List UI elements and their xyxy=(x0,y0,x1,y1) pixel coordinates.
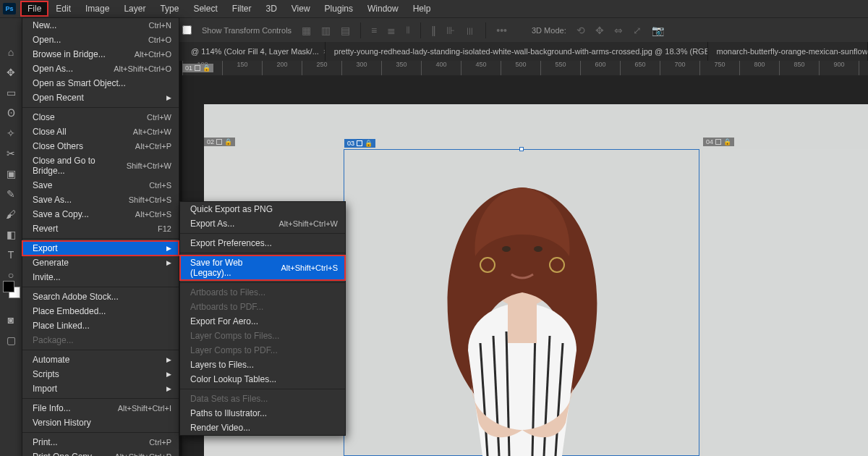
artboard[interactable]: 04🔒 xyxy=(703,149,868,456)
artboard[interactable]: 01🔒 xyxy=(182,75,848,113)
menu-3d[interactable]: 3D xyxy=(258,1,284,17)
file-menu-item[interactable]: Place Linked... xyxy=(22,318,179,333)
gradient-tool-icon[interactable]: ◧ xyxy=(4,227,18,242)
distribute-icon[interactable]: ≡ xyxy=(371,25,377,36)
menu-layer[interactable]: Layer xyxy=(116,1,153,17)
wand-tool-icon[interactable]: ✧ xyxy=(4,126,18,140)
subject-illustration xyxy=(399,155,645,456)
transform-handle[interactable] xyxy=(519,147,524,151)
align-icon[interactable]: ▥ xyxy=(321,25,331,36)
export-menu-item[interactable]: Paths to Illustrator... xyxy=(180,406,345,421)
lasso-tool-icon[interactable]: ʘ xyxy=(4,106,18,120)
ruler-tick: 600 xyxy=(580,61,620,75)
marquee-tool-icon[interactable]: ▭ xyxy=(4,85,18,100)
file-menu-item[interactable]: Automate▶ xyxy=(22,352,179,367)
file-menu-item[interactable]: CloseCtrl+W xyxy=(22,110,179,124)
menu-item-label: Version History xyxy=(33,418,91,428)
export-menu-item[interactable]: Color Lookup Tables... xyxy=(180,372,345,387)
export-menu-item[interactable]: Export For Aero... xyxy=(180,314,345,329)
shape-tool-icon[interactable]: ○ xyxy=(4,268,18,282)
distribute-icon[interactable]: ⫼ xyxy=(465,25,475,36)
file-menu-item[interactable]: File Info...Alt+Shift+Ctrl+I xyxy=(22,401,179,415)
document-tab[interactable]: @ 114% (Color Fill 4, Layer Mask/... × xyxy=(182,42,326,61)
export-menu-item[interactable]: Export As...Alt+Shift+Ctrl+W xyxy=(180,216,345,231)
file-menu-item[interactable]: Import▶ xyxy=(22,381,179,396)
menu-filter[interactable]: Filter xyxy=(225,1,259,17)
eyedropper-tool-icon[interactable]: ✎ xyxy=(4,187,18,201)
file-menu-item[interactable]: Print One CopyAlt+Shift+Ctrl+P xyxy=(22,449,179,456)
frame-tool-icon[interactable]: ▣ xyxy=(4,166,18,181)
export-menu-item[interactable]: Render Video... xyxy=(180,421,345,435)
export-menu-item[interactable]: Quick Export as PNG xyxy=(180,202,345,216)
file-menu-item[interactable]: Save As...Shift+Ctrl+S xyxy=(22,193,179,207)
move-tool-icon[interactable]: ✥ xyxy=(4,65,18,80)
file-menu-item[interactable]: Search Adobe Stock... xyxy=(22,290,179,304)
menu-select[interactable]: Select xyxy=(186,1,224,17)
screenmode-icon[interactable]: ▢ xyxy=(4,333,18,347)
file-menu-item[interactable]: RevertF12 xyxy=(22,221,179,236)
file-menu-item[interactable]: Place Embedded... xyxy=(22,304,179,318)
file-menu-item[interactable]: Save a Copy...Alt+Ctrl+S xyxy=(22,207,179,221)
3d-slide-icon[interactable]: ⇔ xyxy=(614,25,623,36)
3d-camera-icon[interactable]: 📷 xyxy=(652,25,664,36)
3d-scale-icon[interactable]: ⤢ xyxy=(633,25,642,36)
home-icon[interactable]: ⌂ xyxy=(4,45,18,59)
distribute-icon[interactable]: ⊪ xyxy=(446,25,455,36)
menu-separator xyxy=(22,350,179,350)
file-menu-item[interactable]: Open Recent▶ xyxy=(22,90,179,105)
menu-window[interactable]: Window xyxy=(360,1,406,17)
file-menu-item[interactable]: Invite... xyxy=(22,270,179,284)
quickmask-icon[interactable]: ◙ xyxy=(4,313,18,327)
menu-view[interactable]: View xyxy=(284,1,318,17)
document-tab[interactable]: pretty-young-redhead-lady-standing-isola… xyxy=(326,42,708,61)
export-menu-item[interactable]: Export Preferences... xyxy=(180,236,345,250)
ruler-horizontal: 1001502002503003504004505005506006507007… xyxy=(182,61,868,75)
file-menu-item[interactable]: Open As...Alt+Shift+Ctrl+O xyxy=(22,62,179,76)
export-menu-item[interactable]: Save for Web (Legacy)...Alt+Shift+Ctrl+S xyxy=(180,256,345,280)
file-menu-item[interactable]: Browse in Bridge...Alt+Ctrl+O xyxy=(22,47,179,62)
menu-item-label: Artboards to PDF... xyxy=(190,302,263,312)
menu-item-label: Package... xyxy=(33,335,74,345)
tab-title: monarch-butterfly-orange-mexican-sunflow… xyxy=(717,47,868,56)
file-menu-item[interactable]: Close and Go to Bridge...Shift+Ctrl+W xyxy=(22,153,179,178)
file-menu-dropdown: New...Ctrl+NOpen...Ctrl+OBrowse in Bridg… xyxy=(22,17,179,456)
distribute-icon[interactable]: ⫴ xyxy=(406,24,410,36)
file-menu-item[interactable]: Print...Ctrl+P xyxy=(22,435,179,449)
menu-edit[interactable]: Edit xyxy=(48,1,78,17)
type-tool-icon[interactable]: T xyxy=(4,248,18,262)
brush-tool-icon[interactable]: 🖌 xyxy=(4,207,18,221)
file-menu-item[interactable]: Version History xyxy=(22,415,179,430)
file-menu-item[interactable]: SaveCtrl+S xyxy=(22,178,179,193)
menu-item-label: Open as Smart Object... xyxy=(33,78,126,88)
menu-plugins[interactable]: Plugins xyxy=(318,1,360,17)
color-swatches[interactable] xyxy=(3,281,20,298)
distribute-icon[interactable]: ‖ xyxy=(431,25,436,36)
menu-type[interactable]: Type xyxy=(153,1,186,17)
export-menu-item[interactable]: Layers to Files... xyxy=(180,358,345,372)
document-tab[interactable]: monarch-butterfly-orange-mexican-sunflow… xyxy=(708,42,868,61)
file-menu-item[interactable]: Open as Smart Object... xyxy=(22,76,179,90)
more-icon[interactable]: ••• xyxy=(496,25,507,36)
file-menu-item[interactable]: Export▶ xyxy=(22,241,179,256)
menu-file[interactable]: File xyxy=(20,1,48,17)
file-menu-item[interactable]: Close OthersAlt+Ctrl+P xyxy=(22,139,179,153)
file-menu-item[interactable]: Generate▶ xyxy=(22,256,179,270)
3d-pan-icon[interactable]: ✥ xyxy=(595,25,604,36)
distribute-icon[interactable]: ≣ xyxy=(387,25,396,36)
file-menu-item[interactable]: Close AllAlt+Ctrl+W xyxy=(22,124,179,139)
file-menu-item[interactable]: Scripts▶ xyxy=(22,367,179,381)
file-menu-item[interactable]: Open...Ctrl+O xyxy=(22,33,179,47)
menu-help[interactable]: Help xyxy=(406,1,438,17)
menu-image[interactable]: Image xyxy=(78,1,116,17)
menu-item-label: Open As... xyxy=(33,64,73,74)
3d-orbit-icon[interactable]: ⟲ xyxy=(576,25,585,36)
artboard-label: 02🔒 xyxy=(204,138,235,146)
show-transform-checkbox[interactable] xyxy=(182,25,192,35)
align-icon[interactable]: ▦ xyxy=(302,25,311,36)
crop-tool-icon[interactable]: ✂ xyxy=(4,146,18,161)
tools-panel: ⌂ ✥ ▭ ʘ ✧ ✂ ▣ ✎ 🖌 ◧ T ○ ◙ ▢ xyxy=(0,42,22,456)
file-menu-item[interactable]: New...Ctrl+N xyxy=(22,18,179,33)
ruler-tick: 350 xyxy=(381,61,421,75)
menu-item-label: Search Adobe Stock... xyxy=(33,292,119,302)
align-icon[interactable]: ▤ xyxy=(341,25,350,36)
